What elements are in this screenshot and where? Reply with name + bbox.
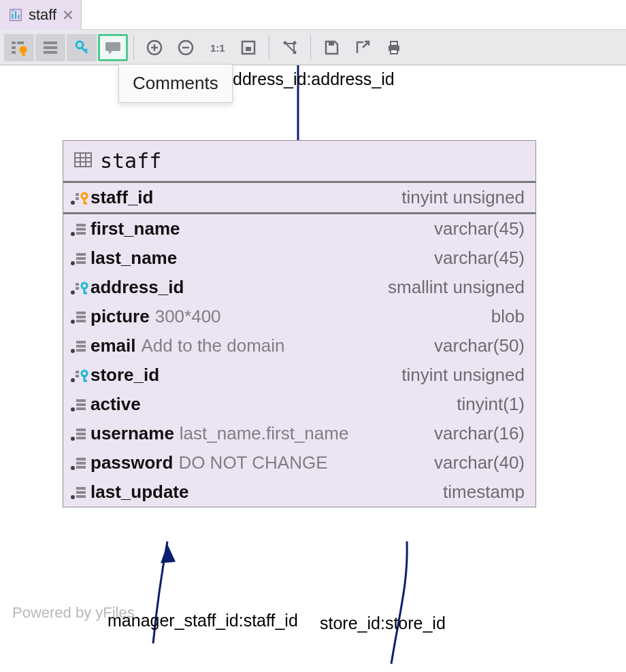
column-fk-icon	[70, 279, 90, 297]
svg-rect-45	[76, 312, 86, 314]
column-col-icon	[70, 250, 90, 267]
svg-rect-38	[76, 257, 86, 260]
column-col-icon	[70, 425, 90, 443]
column-row[interactable]: usernamelast_name.first_namevarchar(16)	[63, 419, 536, 448]
table-header[interactable]: staff	[63, 141, 536, 183]
column-name: staff_id	[90, 187, 153, 208]
svg-rect-69	[76, 487, 86, 490]
column-type: varchar(50)	[425, 335, 525, 356]
svg-point-43	[82, 283, 87, 288]
column-row[interactable]: staff_idtinyint unsigned	[63, 183, 536, 214]
column-row[interactable]: last_namevarchar(45)	[63, 243, 536, 273]
column-name: address_id	[90, 277, 184, 298]
svg-rect-35	[76, 232, 86, 235]
svg-point-32	[71, 232, 75, 236]
svg-point-56	[71, 407, 75, 411]
column-comment: Add to the domain	[142, 335, 425, 356]
relation-label-bottom-left: manager_staff_id:staff_id	[108, 611, 298, 631]
diagram-canvas[interactable]: ddress_id:address_id manager_staff_id:st…	[0, 65, 626, 672]
svg-rect-23	[75, 153, 91, 167]
column-type: varchar(40)	[425, 452, 525, 473]
svg-rect-42	[76, 287, 79, 290]
column-row[interactable]: last_updatetimestamp	[63, 477, 536, 507]
table-name: staff	[100, 149, 161, 173]
svg-rect-18	[329, 41, 334, 46]
svg-rect-65	[76, 458, 86, 460]
relation-label-top: ddress_id:address_id	[233, 69, 395, 89]
column-type: tinyint unsigned	[392, 187, 525, 208]
svg-rect-1	[12, 41, 16, 44]
table-columns: staff_idtinyint unsignedfirst_namevarcha…	[63, 183, 536, 507]
tab-bar: staff	[0, 0, 626, 30]
column-type: blob	[482, 306, 525, 327]
column-type: smallint unsigned	[378, 277, 525, 298]
column-name: password	[90, 452, 173, 473]
svg-rect-46	[76, 316, 86, 318]
print-button[interactable]	[379, 34, 409, 61]
column-row[interactable]: activetinyint(1)	[63, 390, 536, 419]
svg-point-60	[71, 437, 75, 441]
column-row[interactable]: store_idtinyint unsigned	[63, 360, 536, 390]
column-row[interactable]: first_namevarchar(45)	[63, 214, 536, 243]
column-comment: DO NOT CHANGE	[178, 452, 425, 473]
svg-marker-22	[161, 544, 176, 563]
svg-point-52	[71, 378, 75, 382]
toggle-comments-button[interactable]	[98, 34, 128, 61]
svg-rect-33	[76, 224, 86, 226]
column-row[interactable]: address_idsmallint unsigned	[63, 273, 536, 302]
column-row[interactable]: emailAdd to the domainvarchar(50)	[63, 331, 536, 360]
svg-point-28	[71, 201, 75, 205]
export-button[interactable]	[348, 34, 378, 61]
column-col-icon	[70, 396, 90, 414]
svg-rect-2	[12, 46, 16, 49]
svg-rect-66	[76, 462, 86, 465]
layout-button[interactable]	[275, 34, 305, 61]
tab-label: staff	[29, 6, 56, 24]
svg-rect-34	[76, 228, 86, 231]
svg-rect-70	[76, 491, 86, 494]
svg-rect-4	[17, 41, 24, 44]
svg-rect-21	[391, 50, 397, 54]
column-col-icon	[70, 454, 90, 472]
column-type: tinyint(1)	[447, 394, 525, 415]
column-name: first_name	[90, 218, 180, 239]
svg-point-40	[71, 290, 75, 295]
svg-rect-47	[76, 320, 86, 322]
column-name: picture	[90, 306, 150, 327]
zoom-out-button[interactable]	[171, 34, 201, 61]
column-row[interactable]: passwordDO NOT CHANGEvarchar(40)	[63, 448, 536, 477]
svg-point-68	[71, 495, 75, 499]
svg-rect-6	[44, 41, 57, 44]
svg-rect-49	[76, 341, 86, 343]
svg-rect-37	[76, 253, 86, 256]
close-icon[interactable]	[62, 9, 74, 21]
svg-rect-57	[76, 399, 86, 402]
table-icon	[74, 152, 92, 170]
svg-rect-71	[76, 495, 86, 498]
actual-size-button[interactable]: 1:1	[202, 34, 232, 61]
column-comment: last_name.first_name	[180, 423, 425, 444]
column-comment: 300*400	[155, 306, 482, 327]
fit-content-button[interactable]	[233, 34, 263, 61]
svg-rect-50	[76, 345, 86, 348]
column-name: username	[90, 423, 174, 444]
column-row[interactable]: picture300*400blob	[63, 302, 536, 331]
svg-rect-30	[76, 197, 79, 200]
relation-label-bottom-right: store_id:store_id	[320, 614, 446, 633]
svg-rect-41	[76, 283, 79, 286]
svg-rect-67	[76, 466, 86, 469]
svg-rect-63	[76, 437, 86, 439]
table-card-staff[interactable]: staff staff_idtinyint unsignedfirst_name…	[63, 140, 536, 507]
toolbar-separator	[269, 35, 269, 60]
zoom-in-button[interactable]	[139, 34, 169, 61]
column-type: varchar(45)	[425, 248, 525, 269]
tab-staff[interactable]: staff	[0, 0, 82, 30]
column-type: varchar(16)	[425, 423, 525, 444]
toggle-key-columns-button[interactable]	[4, 34, 34, 61]
toggle-columns-button[interactable]	[35, 34, 65, 61]
svg-point-55	[82, 371, 87, 376]
save-button[interactable]	[316, 34, 346, 61]
column-name: store_id	[90, 365, 159, 386]
column-col-icon	[70, 337, 90, 355]
toggle-keys-button[interactable]	[67, 34, 97, 61]
